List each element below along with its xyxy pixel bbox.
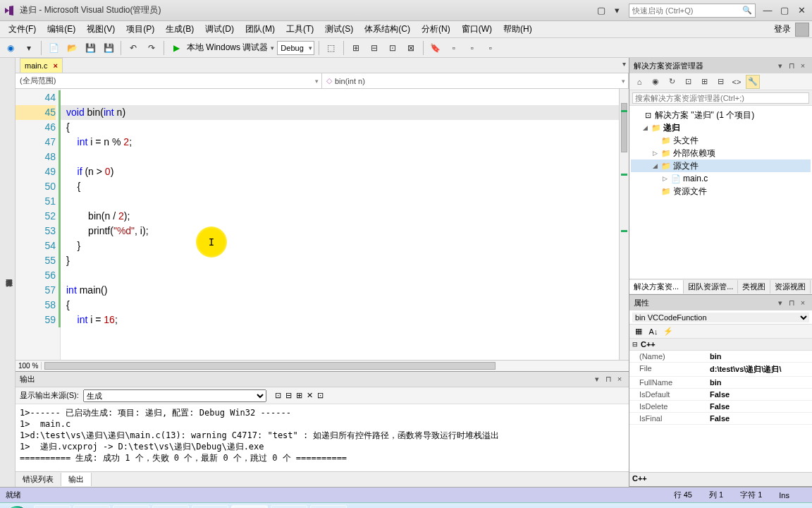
taskbar-folder[interactable]: 🗂 [271, 505, 307, 509]
sln-btn[interactable]: <> [730, 75, 744, 89]
nav-scope-dropdown[interactable]: (全局范围) [16, 73, 322, 88]
toolbar-btn[interactable]: ▫ [465, 40, 480, 56]
save-all-button[interactable]: 💾 [101, 40, 116, 56]
document-tab-main-c[interactable]: main.c × [20, 58, 63, 73]
nav-function-dropdown[interactable]: ◇bin(int n) [322, 73, 629, 88]
notify-icon[interactable]: ▢ [593, 4, 609, 18]
folder-external[interactable]: 外部依赖项 [673, 147, 715, 159]
panel-pin-icon[interactable]: ⊓ [603, 375, 613, 384]
panel-dropdown-icon[interactable]: ▾ [775, 61, 785, 71]
tab-overflow-icon[interactable]: ▾ [622, 60, 626, 68]
server-explorer-tab[interactable]: 服务器资源管理器 [2, 271, 15, 277]
menu-tools[interactable]: 工具(T) [281, 22, 319, 37]
properties-object-select[interactable]: bin VCCodeFunction [632, 313, 809, 322]
solution-tree[interactable]: ⊡解决方案 "递归" (1 个项目) ◢📁递归 📁头文件 ▷📁外部依赖项 ◢📁源… [629, 106, 812, 279]
forward-button[interactable]: ▾ [21, 40, 37, 56]
tab-close-icon[interactable]: × [50, 61, 57, 70]
open-button[interactable]: 📂 [64, 40, 80, 56]
output-tab-output[interactable]: 输出 [61, 473, 92, 486]
editor-horizontal-scrollbar[interactable] [42, 361, 629, 371]
sln-btn[interactable]: ⊞ [697, 75, 711, 89]
output-toolbar-btn[interactable]: ⊟ [285, 391, 292, 400]
panel-close-icon[interactable]: × [798, 61, 808, 71]
output-toolbar-btn[interactable]: ⊡ [275, 391, 281, 400]
code-area[interactable]: void bin(int n) { int i = n % 2; if (n >… [61, 89, 619, 360]
sln-btn[interactable]: ⊟ [713, 75, 727, 89]
folder-resource[interactable]: 资源文件 [673, 186, 707, 198]
menu-window[interactable]: 窗口(W) [456, 22, 498, 37]
menu-project[interactable]: 项目(P) [121, 22, 160, 37]
undo-button[interactable]: ↶ [125, 40, 141, 56]
solution-root[interactable]: 解决方案 "递归" (1 个项目) [655, 109, 754, 121]
back-button[interactable]: ◉ [3, 40, 18, 56]
menu-team[interactable]: 团队(M) [240, 22, 281, 37]
output-source-select[interactable]: 生成 [83, 389, 266, 402]
maximize-button[interactable]: ▢ [777, 4, 792, 18]
sln-btn[interactable]: 🔧 [746, 75, 760, 89]
code-editor[interactable]: 44 45 46 47 48 49 50 51 52 53 54 55 56 5… [16, 89, 629, 360]
menu-help[interactable]: 帮助(H) [498, 22, 538, 37]
taskbar-ie[interactable]: 🌐 [73, 505, 110, 509]
taskbar-word[interactable]: 📄 [152, 505, 189, 509]
menu-analyze[interactable]: 分析(N) [416, 22, 456, 37]
output-toolbar-btn[interactable]: ⊡ [317, 391, 324, 400]
taskbar-outlook[interactable]: 📧 [113, 505, 149, 509]
properties-grid[interactable]: ⊟C++ (Name)bin Filed:\test\vs\递归\递归\ Ful… [629, 339, 812, 472]
debug-target-label[interactable]: 本地 Windows 调试器 [187, 42, 268, 54]
start-debug-button[interactable]: ▶ [168, 40, 184, 56]
folder-source[interactable]: 源文件 [673, 160, 699, 172]
panel-close-icon[interactable]: × [798, 298, 808, 308]
new-project-button[interactable]: 📄 [46, 40, 61, 56]
panel-pin-icon[interactable]: ⊓ [787, 298, 796, 308]
solution-config-dropdown[interactable]: Debug [277, 41, 314, 55]
toolbar-btn[interactable]: ⬚ [324, 40, 339, 56]
signin-link[interactable]: 登录 [774, 23, 791, 35]
toolbar-btn[interactable]: ▫ [483, 40, 498, 56]
output-toolbar-btn[interactable]: ⊞ [296, 391, 302, 400]
editor-vertical-scrollbar[interactable] [619, 89, 629, 360]
toolbar-btn[interactable]: ⊠ [403, 40, 419, 56]
folder-headers[interactable]: 头文件 [673, 135, 699, 147]
taskbar-explorer[interactable]: 📁 [34, 505, 70, 509]
taskbar-notepad[interactable]: 📝 [192, 505, 228, 509]
toolbar-btn[interactable]: ⊡ [385, 40, 400, 56]
menu-file[interactable]: 文件(F) [3, 22, 42, 37]
panel-close-icon[interactable]: × [615, 375, 625, 384]
toolbar-btn[interactable]: ▫ [446, 40, 462, 56]
toolbar-btn[interactable]: 🔖 [428, 40, 443, 56]
flag-icon[interactable]: ▾ [609, 4, 625, 18]
avatar-icon[interactable] [795, 23, 809, 37]
file-main-c[interactable]: main.c [683, 174, 708, 183]
toolbar-btn[interactable]: ⊟ [367, 40, 382, 56]
quick-launch[interactable]: 🔍 [629, 4, 756, 18]
zoom-level[interactable]: 100 % [16, 362, 42, 370]
prop-section[interactable]: C++ [641, 340, 656, 349]
quick-launch-input[interactable] [632, 6, 742, 15]
scrollbar-thumb[interactable] [44, 362, 496, 370]
sln-tab-solution[interactable]: 解决方案资... [629, 280, 684, 294]
menu-build[interactable]: 生成(B) [160, 22, 199, 37]
panel-pin-icon[interactable]: ⊓ [787, 61, 796, 71]
panel-dropdown-icon[interactable]: ▾ [775, 298, 785, 308]
menu-debug[interactable]: 调试(D) [199, 22, 240, 37]
menu-architecture[interactable]: 体系结构(C) [359, 22, 416, 37]
panel-dropdown-icon[interactable]: ▾ [592, 375, 602, 384]
close-button[interactable]: ✕ [794, 4, 809, 18]
sln-btn[interactable]: ◉ [648, 75, 663, 89]
sln-tab-resource[interactable]: 资源视图 [770, 280, 811, 294]
taskbar-paint[interactable]: 🎨 [310, 505, 347, 509]
project-node[interactable]: 递归 [663, 122, 680, 134]
sln-home-icon[interactable]: ⌂ [632, 75, 646, 89]
minimize-button[interactable]: — [760, 4, 775, 18]
menu-test[interactable]: 测试(S) [319, 22, 359, 37]
output-toolbar-btn[interactable]: ✕ [307, 391, 313, 400]
sln-tab-class[interactable]: 类视图 [738, 280, 770, 294]
output-text[interactable]: 1>------ 已启动生成: 项目: 递归, 配置: Debug Win32 … [16, 404, 629, 471]
prop-categorize-icon[interactable]: ▦ [632, 326, 645, 337]
prop-sort-icon[interactable]: A↓ [647, 326, 660, 337]
toolbar-btn[interactable]: ⊞ [348, 40, 364, 56]
redo-button[interactable]: ↷ [144, 40, 159, 56]
sln-btn[interactable]: ⊡ [681, 75, 695, 89]
prop-events-icon[interactable]: ⚡ [662, 326, 675, 337]
sln-btn[interactable]: ↻ [665, 75, 679, 89]
